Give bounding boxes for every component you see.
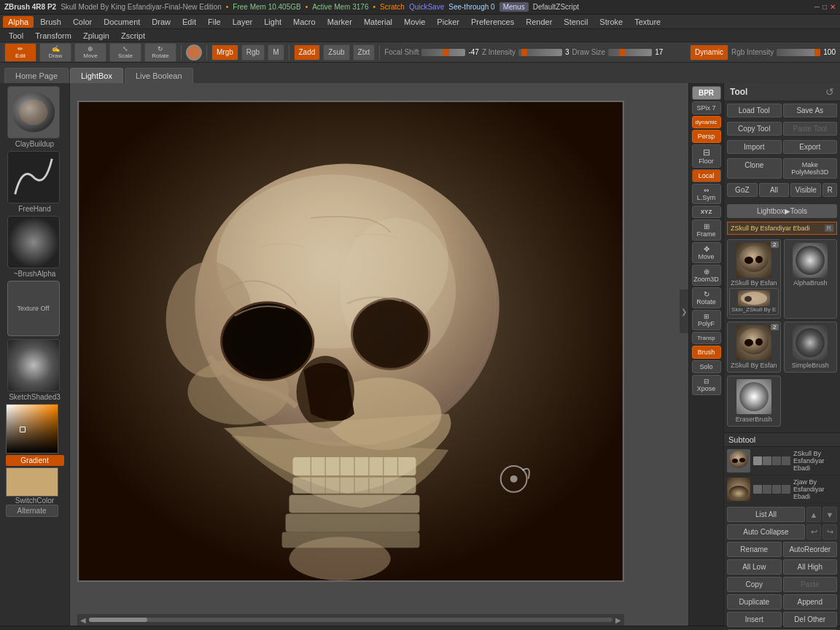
color-swatch[interactable] — [186, 44, 202, 61]
active-tool-row[interactable]: ZSkull By Esfandiyar Ebadi R — [727, 222, 837, 235]
rotate-btn[interactable]: ↻ Rotate — [144, 43, 176, 62]
expand-arrow[interactable]: ❯ — [680, 289, 688, 333]
move-btn[interactable]: ⊕ Move — [74, 43, 106, 62]
all-low-btn[interactable]: All Low — [727, 559, 782, 575]
rgb-intensity-slider[interactable] — [777, 49, 820, 56]
focal-shift-slider[interactable] — [421, 49, 465, 56]
brush-alpha[interactable]: ~BrushAlpha — [7, 216, 63, 278]
list-down-btn[interactable]: ▼ — [822, 507, 837, 522]
scroll-thumb[interactable] — [89, 618, 147, 622]
auto-collapse-btn[interactable]: Auto Collapse — [727, 524, 805, 540]
tab-live-boolean[interactable]: Live Boolean — [125, 68, 193, 83]
zsub-btn[interactable]: Zsub — [323, 44, 349, 61]
menu-color[interactable]: Color — [68, 16, 97, 28]
subtool-ctrl5[interactable] — [772, 485, 781, 494]
copy-subtool-btn[interactable]: Copy — [727, 577, 782, 592]
tool-item-zskull1[interactable]: 2 ZSkull By Esfan Skin_ZSkull By E — [727, 239, 781, 319]
append-btn[interactable]: Append — [783, 594, 838, 610]
color-square[interactable] — [6, 404, 58, 454]
rgb-btn[interactable]: Rgb — [241, 44, 265, 61]
subtool-item-zskull[interactable]: ZSkull By Esfandiyar Ebadi — [724, 447, 840, 475]
lightbox-tools-btn[interactable]: Lightbox▶Tools — [727, 204, 837, 218]
export-btn[interactable]: Export — [783, 140, 838, 154]
polyf-btn[interactable]: ⊞PolyF — [692, 310, 721, 330]
xpose-btn[interactable]: ⊟Xpose — [692, 375, 721, 395]
goz-btn[interactable]: GoZ — [727, 183, 758, 197]
all-high-btn[interactable]: All High — [783, 559, 838, 575]
scroll-track[interactable] — [89, 618, 612, 622]
quicksave-btn[interactable]: QuickSave — [409, 3, 444, 11]
submenu-zplugin[interactable]: Zplugin — [79, 31, 114, 41]
menu-preferences[interactable]: Preferences — [466, 16, 519, 28]
collapse-left-btn[interactable]: ↩ — [806, 524, 821, 540]
minimize-icon[interactable]: ─ — [814, 3, 820, 11]
draw-size-slider[interactable] — [608, 49, 652, 56]
tool-item-zskull2[interactable]: 2 ZSkull By Esfan — [727, 322, 781, 373]
all-btn[interactable]: All — [759, 183, 790, 197]
scroll-right-arrow[interactable]: ▶ — [615, 616, 621, 624]
floor-btn[interactable]: ⊟Floor — [692, 144, 721, 168]
texture-off[interactable]: Texture Off — [7, 281, 63, 336]
menu-picker[interactable]: Picker — [432, 16, 464, 28]
move-btn[interactable]: ✥Move — [692, 242, 721, 263]
maximize-icon[interactable]: □ — [822, 3, 827, 11]
zadd-btn[interactable]: Zadd — [294, 44, 321, 61]
bottom-scrollbar[interactable]: ◀ ▶ — [77, 614, 624, 626]
tool-subitem[interactable]: Skin_ZSkull By E — [729, 288, 779, 315]
menu-stroke[interactable]: Stroke — [594, 16, 628, 28]
spix-btn[interactable]: SPix 7 — [692, 101, 721, 114]
menus-btn[interactable]: Menus — [499, 2, 529, 12]
dynamic-btn[interactable]: Dynamic — [690, 44, 728, 61]
menu-marker[interactable]: Marker — [322, 16, 357, 28]
insert-btn[interactable]: Insert — [727, 612, 782, 627]
z-intensity-slider[interactable] — [518, 49, 562, 56]
subtool-ctrl3[interactable] — [782, 456, 790, 465]
import-btn[interactable]: Import — [727, 140, 782, 154]
transp-btn[interactable]: Transp — [692, 332, 721, 344]
menu-texture[interactable]: Texture — [629, 16, 666, 28]
m-btn[interactable]: M — [268, 44, 284, 61]
switch-color[interactable] — [6, 467, 58, 497]
scroll-left-arrow[interactable]: ◀ — [80, 616, 86, 624]
menu-render[interactable]: Render — [521, 16, 557, 28]
subtool-eye[interactable] — [753, 456, 762, 465]
zoom3d-btn[interactable]: ⊕Zoom3D — [692, 265, 721, 286]
mrgb-btn[interactable]: Mrgb — [211, 44, 238, 61]
visible-btn[interactable]: Visible — [790, 183, 821, 197]
submenu-tool[interactable]: Tool — [4, 31, 28, 41]
brush-claybuildup[interactable]: ClayBuildup — [7, 86, 63, 148]
menu-stencil[interactable]: Stencil — [559, 16, 593, 28]
clone-btn[interactable]: Clone — [727, 158, 782, 179]
duplicate-btn[interactable]: Duplicate — [727, 594, 782, 610]
close-icon[interactable]: ✕ — [830, 3, 836, 11]
edit-btn[interactable]: ✏ Edit — [4, 43, 36, 62]
subtool-ctrl6[interactable] — [782, 485, 790, 494]
tool-item-eraser[interactable]: EraserBrush — [727, 376, 781, 427]
local-btn[interactable]: Local — [692, 169, 721, 182]
rename-btn[interactable]: Rename — [727, 542, 782, 557]
persp-btn[interactable]: Persp — [692, 130, 721, 143]
ztxt-btn[interactable]: Ztxt — [353, 44, 376, 61]
draw-btn[interactable]: ✍ Draw — [39, 43, 71, 62]
submenu-transform[interactable]: Transform — [31, 31, 76, 41]
subtool-eye2[interactable] — [753, 485, 762, 494]
menu-brush[interactable]: Brush — [35, 16, 66, 28]
skull-canvas[interactable] — [77, 101, 624, 582]
r-btn[interactable]: R — [822, 183, 837, 197]
scale-btn[interactable]: ⤡ Scale — [109, 43, 141, 62]
dynamic-viewport-btn[interactable]: dynamic — [692, 116, 721, 128]
list-up-btn[interactable]: ▲ — [806, 507, 821, 522]
frame-btn[interactable]: ⊞Frame — [692, 219, 721, 241]
menu-material[interactable]: Material — [359, 16, 397, 28]
subtool-item-zjaw[interactable]: Zjaw By Esfandiyar Ebadi — [724, 475, 840, 504]
menu-document[interactable]: Document — [98, 16, 145, 28]
collapse-right-btn[interactable]: ↪ — [822, 524, 837, 540]
load-tool-btn[interactable]: Load Tool — [727, 104, 782, 117]
xyz-btn[interactable]: XYZ — [692, 206, 721, 218]
menu-edit[interactable]: Edit — [177, 16, 201, 28]
menu-movie[interactable]: Movie — [399, 16, 430, 28]
subtool-ctrl1[interactable] — [763, 456, 771, 465]
del-other-btn[interactable]: Del Other — [783, 612, 838, 627]
subtool-ctrl4[interactable] — [763, 485, 771, 494]
paste-subtool-btn[interactable]: Paste — [783, 577, 838, 592]
